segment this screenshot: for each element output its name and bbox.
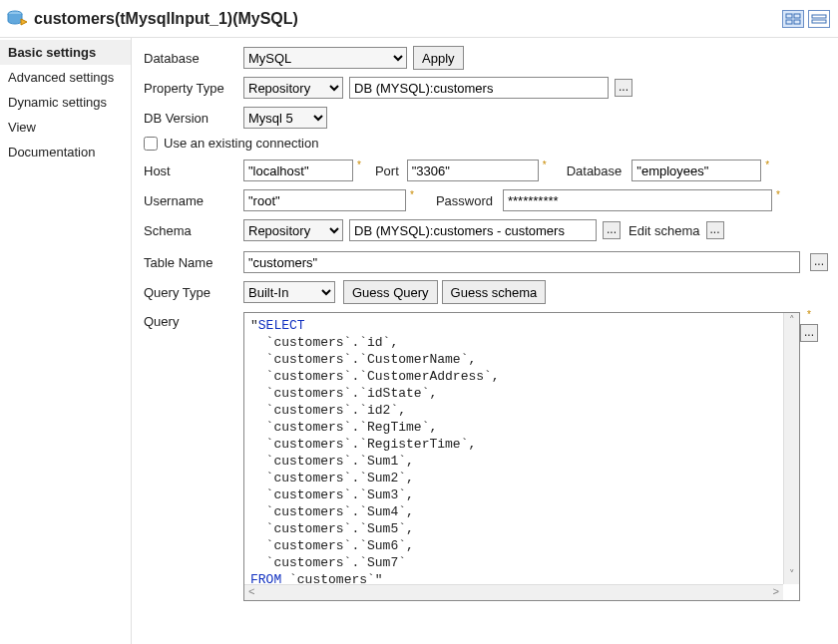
- database-select[interactable]: MySQL: [243, 47, 407, 69]
- browse-table-button[interactable]: ...: [810, 253, 828, 271]
- sidebar-item-dynamic[interactable]: Dynamic settings: [0, 90, 131, 115]
- guess-query-button[interactable]: Guess Query: [343, 280, 438, 304]
- sidebar-item-basic[interactable]: Basic settings: [0, 40, 131, 65]
- port-input[interactable]: [407, 160, 539, 181]
- query-type-select[interactable]: Built-In: [243, 281, 335, 303]
- label-db-version: DB Version: [144, 111, 243, 126]
- database-input[interactable]: [631, 160, 761, 181]
- svg-rect-7: [812, 20, 826, 23]
- required-marker: *: [765, 160, 769, 170]
- label-query: Query: [144, 310, 243, 329]
- sidebar-item-advanced[interactable]: Advanced settings: [0, 65, 131, 90]
- required-marker: *: [776, 189, 780, 200]
- browse-property-button[interactable]: ...: [615, 79, 632, 97]
- property-repo-field[interactable]: [349, 77, 609, 99]
- edit-schema-button[interactable]: ...: [706, 221, 724, 239]
- schema-repo-field[interactable]: [349, 219, 597, 241]
- form-panel: Database MySQL Apply Property Type Repos…: [132, 38, 838, 644]
- window-title: customers(tMysqlInput_1)(MySQL): [34, 10, 298, 28]
- sidebar: Basic settings Advanced settings Dynamic…: [0, 38, 132, 644]
- table-name-input[interactable]: [243, 251, 800, 273]
- required-marker: *: [543, 160, 547, 170]
- query-scrollbar-horizontal[interactable]: <>: [244, 584, 783, 600]
- apply-button[interactable]: Apply: [413, 46, 464, 70]
- password-input[interactable]: [503, 189, 772, 211]
- db-version-select[interactable]: Mysql 5: [243, 107, 327, 129]
- scroll-down-icon: ˅: [789, 567, 795, 584]
- label-edit-schema: Edit schema: [628, 223, 700, 238]
- label-password: Password: [436, 193, 493, 208]
- sidebar-item-doc[interactable]: Documentation: [0, 140, 131, 164]
- svg-marker-1: [21, 19, 27, 25]
- label-query-type: Query Type: [144, 285, 243, 300]
- label-username: Username: [144, 193, 243, 208]
- guess-schema-button[interactable]: Guess schema: [442, 280, 547, 304]
- label-database2: Database: [567, 163, 623, 178]
- sidebar-item-view[interactable]: View: [0, 115, 131, 140]
- scroll-left-icon: <: [248, 584, 255, 601]
- scroll-up-icon: ˄: [789, 313, 795, 330]
- svg-rect-5: [794, 20, 800, 24]
- label-existing-connection: Use an existing connection: [164, 136, 318, 151]
- svg-rect-6: [812, 15, 826, 18]
- label-schema: Schema: [144, 223, 243, 238]
- label-property-type: Property Type: [144, 81, 243, 96]
- query-textarea[interactable]: "SELECT `customers`.`id`, `customers`.`C…: [243, 312, 800, 601]
- view-mode-rows[interactable]: [808, 10, 830, 28]
- label-port: Port: [375, 163, 399, 178]
- svg-rect-3: [794, 14, 800, 18]
- svg-rect-4: [786, 20, 792, 24]
- required-marker: *: [807, 310, 811, 320]
- label-host: Host: [144, 163, 243, 178]
- header-bar: customers(tMysqlInput_1)(MySQL): [0, 0, 838, 38]
- query-scrollbar-vertical[interactable]: ˄˅: [783, 313, 799, 584]
- host-input[interactable]: [243, 160, 353, 181]
- database-icon: [6, 10, 28, 28]
- label-database: Database: [144, 51, 243, 66]
- existing-connection-checkbox[interactable]: [144, 137, 158, 151]
- view-mode-grid[interactable]: [782, 10, 804, 28]
- browse-schema-button[interactable]: ...: [603, 221, 621, 239]
- username-input[interactable]: [243, 189, 406, 211]
- property-type-select[interactable]: Repository: [243, 77, 343, 99]
- required-marker: *: [357, 160, 361, 170]
- label-table: Table Name: [144, 255, 243, 270]
- svg-rect-2: [786, 14, 792, 18]
- schema-select[interactable]: Repository: [243, 219, 343, 241]
- scroll-right-icon: >: [772, 584, 779, 601]
- edit-query-button[interactable]: ...: [800, 324, 818, 342]
- required-marker: *: [410, 189, 414, 200]
